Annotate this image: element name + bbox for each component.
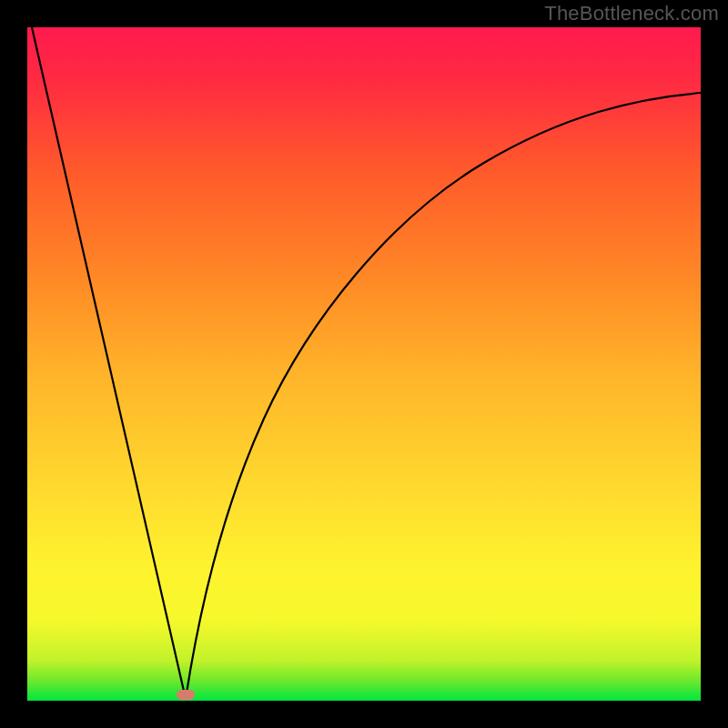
curve-left-segment [32, 27, 186, 699]
bottleneck-curve [27, 27, 701, 701]
trough-marker [177, 690, 195, 700]
chart-frame: TheBottleneck.com [0, 0, 728, 728]
watermark-text: TheBottleneck.com [544, 2, 719, 25]
curve-right-segment [186, 93, 701, 699]
plot-area [27, 27, 701, 701]
